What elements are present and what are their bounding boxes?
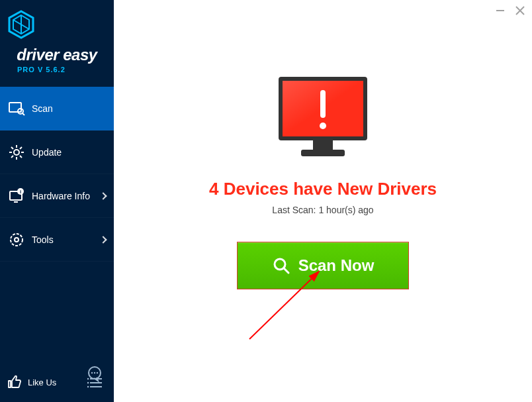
scan-now-button[interactable]: Scan Now: [237, 242, 409, 289]
svg-line-43: [284, 268, 288, 273]
svg-point-41: [320, 123, 326, 129]
svg-line-15: [20, 147, 22, 149]
scan-now-label: Scan Now: [298, 256, 375, 275]
nav-tools-label: Tools: [32, 234, 54, 245]
like-label: Like Us: [28, 377, 56, 387]
logo-area: driver easy PRO V 5.6.2: [0, 0, 114, 80]
alert-monitor-icon: [273, 74, 373, 160]
nav-update-label: Update: [32, 147, 62, 158]
thumbs-up-icon: [7, 374, 22, 390]
nav-scan-label: Scan: [32, 103, 53, 114]
svg-point-21: [15, 238, 19, 242]
close-button[interactable]: [515, 5, 525, 16]
tools-icon: [8, 231, 25, 248]
svg-text:i: i: [20, 189, 21, 195]
search-icon: [272, 256, 290, 275]
svg-point-31: [87, 386, 89, 388]
minimize-button[interactable]: [495, 5, 506, 16]
svg-point-23: [91, 372, 93, 374]
svg-point-25: [97, 372, 98, 374]
svg-point-30: [87, 382, 89, 384]
nav-hardware-label: Hardware Info: [32, 191, 90, 201]
sidebar: driver easy PRO V 5.6.2 Scan Update i: [0, 0, 114, 402]
nav-hardware[interactable]: i Hardware Info: [0, 174, 114, 218]
svg-point-29: [87, 378, 89, 380]
nav-tools[interactable]: Tools: [0, 218, 114, 262]
svg-point-20: [11, 234, 22, 246]
headline: 4 Devices have New Drivers: [209, 179, 437, 199]
sidebar-bottom: Like Us: [0, 369, 114, 402]
svg-line-13: [20, 156, 22, 158]
nav-update[interactable]: Update: [0, 130, 114, 174]
hardware-icon: i: [8, 187, 25, 205]
svg-point-7: [14, 150, 19, 155]
chevron-right-icon: [99, 192, 107, 199]
version-text: PRO V 5.6.2: [8, 66, 106, 74]
nav-scan[interactable]: Scan: [0, 87, 114, 130]
nav: Scan Update i Hardware Info Tool: [0, 87, 114, 262]
svg-point-24: [94, 372, 95, 374]
svg-rect-39: [301, 150, 345, 156]
last-scan-text: Last Scan: 1 hour(s) ago: [272, 205, 373, 215]
chevron-right-icon: [99, 236, 107, 243]
gear-icon: [8, 144, 25, 161]
main-panel: 4 Devices have New Drivers Last Scan: 1 …: [114, 0, 532, 402]
menu-icon[interactable]: [87, 377, 102, 389]
brand-text: driver easy: [8, 46, 106, 64]
svg-line-14: [11, 156, 13, 158]
svg-rect-38: [313, 140, 333, 150]
svg-line-12: [11, 147, 13, 149]
logo-icon: [8, 10, 34, 39]
svg-line-6: [22, 113, 24, 115]
titlebar: [495, 5, 525, 16]
scan-icon: [8, 100, 25, 117]
svg-rect-4: [9, 103, 21, 112]
